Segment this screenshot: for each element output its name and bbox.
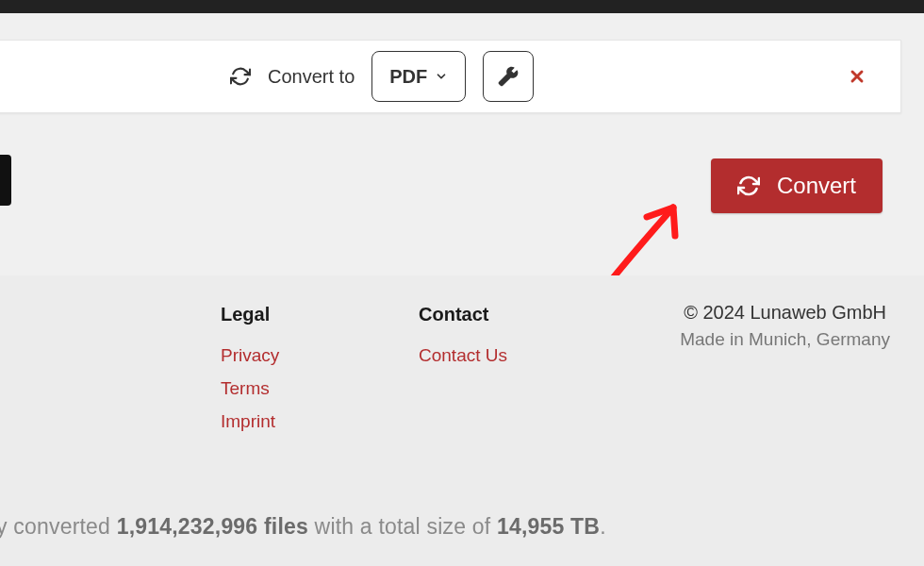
footer-link-imprint[interactable]: Imprint (221, 405, 324, 438)
conversion-stats: ady converted 1,914,232,996 files with a… (0, 514, 606, 540)
stats-mid: with a total size of (308, 514, 497, 539)
footer-link-terms[interactable]: Terms (221, 372, 324, 405)
conversion-row: Convert to PDF (0, 40, 901, 113)
close-icon (848, 67, 866, 86)
stats-file-count: 1,914,232,996 files (117, 514, 308, 539)
convert-to-label: Convert to (268, 66, 355, 88)
refresh-icon (230, 66, 251, 87)
footer-link-contact-us[interactable]: Contact Us (419, 339, 522, 372)
format-select[interactable]: PDF (371, 51, 466, 102)
chevron-down-icon (435, 70, 448, 83)
footer: es Legal Privacy Terms Imprint Contact C… (0, 275, 924, 566)
truncated-add-button[interactable] (0, 155, 11, 206)
settings-button[interactable] (483, 51, 534, 102)
format-select-value: PDF (389, 66, 427, 88)
refresh-icon (737, 175, 760, 197)
wrench-icon (498, 66, 519, 87)
stats-prefix: ady converted (0, 514, 117, 539)
remove-row-button[interactable] (846, 65, 868, 88)
company-info: © 2024 Lunaweb GmbH Made in Munich, Germ… (680, 302, 890, 350)
window-top-bar (0, 0, 924, 13)
footer-link-privacy[interactable]: Privacy (221, 339, 324, 372)
company-location: Made in Munich, Germany (680, 329, 890, 350)
stats-suffix: . (600, 514, 606, 539)
footer-heading-legal: Legal (221, 304, 324, 325)
stats-total-size: 14,955 TB (497, 514, 600, 539)
footer-heading-truncated: es (0, 304, 81, 325)
footer-heading-contact: Contact (419, 304, 522, 325)
convert-button-label: Convert (777, 173, 856, 199)
convert-button[interactable]: Convert (711, 158, 883, 213)
copyright-text: © 2024 Lunaweb GmbH (680, 302, 890, 324)
